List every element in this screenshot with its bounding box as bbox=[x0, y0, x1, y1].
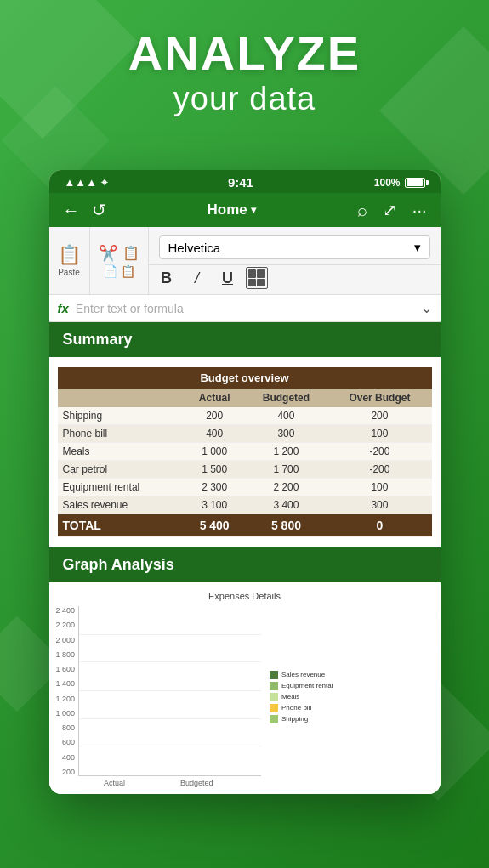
chart-bars bbox=[79, 606, 261, 775]
table-cell: 100 bbox=[327, 479, 431, 496]
y-axis-label: 2 400 bbox=[56, 606, 76, 615]
legend-item: Meals bbox=[270, 693, 338, 701]
table-cell: 1 700 bbox=[245, 461, 328, 479]
app-mockup: ▲▲▲ ⌖ 9:41 100% ← ↺ Home ▾ ⌕ ⤢ ··· bbox=[49, 170, 441, 794]
budget-table-body: Shipping200400200Phone bill400300100Meal… bbox=[58, 407, 432, 537]
y-axis-label: 1 800 bbox=[56, 650, 76, 659]
battery-percent: 100% bbox=[374, 177, 401, 189]
paste-label[interactable]: Paste bbox=[58, 268, 80, 277]
legend-label: Meals bbox=[281, 693, 299, 701]
fx-label: fx bbox=[58, 301, 69, 315]
expand-button[interactable]: ⤢ bbox=[383, 200, 397, 220]
table-cell: Shipping bbox=[58, 407, 185, 425]
status-left: ▲▲▲ ⌖ bbox=[65, 176, 108, 190]
chart-y-axis: 2 4002 2002 0001 8001 6001 4001 2001 000… bbox=[56, 606, 79, 776]
legend-item: Shipping bbox=[270, 715, 338, 723]
y-axis-label: 800 bbox=[62, 723, 75, 732]
table-row: Phone bill400300100 bbox=[58, 425, 432, 443]
hero-title: ANALYZE bbox=[0, 26, 489, 81]
x-label-actual: Actual bbox=[104, 779, 125, 787]
more-button[interactable]: ··· bbox=[412, 201, 427, 220]
table-cell: 300 bbox=[327, 496, 431, 514]
table-cell: 400 bbox=[185, 425, 245, 443]
hero-subtitle: your data bbox=[0, 81, 489, 117]
table-header-row: Actual Budgeted Over Budget bbox=[58, 389, 432, 407]
table-format-button[interactable] bbox=[246, 267, 268, 289]
table-cell: 2 300 bbox=[185, 479, 245, 496]
legend-label: Equipment rental bbox=[281, 682, 333, 689]
chart-body: 2 4002 2002 0001 8001 6001 4001 2001 000… bbox=[56, 606, 262, 776]
chart-title: Expenses Details bbox=[56, 591, 434, 601]
chart-legend: Sales revenueEquipment rentalMealsPhone … bbox=[261, 606, 338, 787]
legend-color-box bbox=[270, 715, 278, 723]
search-button[interactable]: ⌕ bbox=[357, 201, 367, 220]
formula-chevron[interactable]: ⌄ bbox=[421, 300, 432, 316]
table-row: Meals1 0001 200-200 bbox=[58, 443, 432, 461]
grid-cell-3 bbox=[248, 279, 257, 287]
undo-button[interactable]: ↺ bbox=[92, 200, 106, 220]
total-cell: TOTAL bbox=[58, 514, 185, 537]
legend-color-box bbox=[270, 704, 278, 712]
toolbar-title[interactable]: Home ▾ bbox=[208, 201, 256, 218]
battery-icon bbox=[405, 178, 425, 188]
y-axis-label: 400 bbox=[62, 753, 75, 762]
format-right: Helvetica ▾ B / U bbox=[149, 227, 441, 294]
bold-button[interactable]: B bbox=[154, 265, 179, 291]
chart-left: 2 4002 2002 0001 8001 6001 4001 2001 000… bbox=[56, 606, 262, 787]
table-cell: 200 bbox=[185, 407, 245, 425]
col-header-actual: Actual bbox=[185, 389, 245, 407]
table-cell: 1 000 bbox=[185, 443, 245, 461]
budget-table: Budget overview Actual Budgeted Over Bud… bbox=[58, 367, 432, 537]
formula-input[interactable]: Enter text or formula bbox=[76, 302, 414, 315]
table-cell: Car petrol bbox=[58, 461, 185, 479]
font-selector[interactable]: Helvetica ▾ bbox=[159, 235, 430, 259]
signal-icon: ▲▲▲ bbox=[65, 176, 98, 189]
back-button[interactable]: ← bbox=[63, 201, 80, 220]
table-cell: 3 400 bbox=[245, 496, 328, 514]
graph-title: Graph Analysis bbox=[63, 556, 174, 573]
table-cell: -200 bbox=[327, 461, 431, 479]
scissors-icon: ✂️ bbox=[99, 244, 117, 263]
font-row: Helvetica ▾ bbox=[149, 230, 441, 265]
table-cell: Sales revenue bbox=[58, 496, 185, 514]
battery-fill bbox=[407, 179, 424, 186]
grid-cell-4 bbox=[257, 279, 265, 287]
y-axis-label: 1 200 bbox=[56, 695, 76, 703]
table-row: Shipping200400200 bbox=[58, 407, 432, 425]
toolbar-title-text: Home bbox=[208, 201, 247, 218]
table-cell: 100 bbox=[327, 425, 431, 443]
underline-button[interactable]: U bbox=[215, 265, 241, 291]
table-row: Equipment rental2 3002 200100 bbox=[58, 479, 432, 496]
font-selector-chevron: ▾ bbox=[414, 240, 421, 255]
table-cell: Equipment rental bbox=[58, 479, 185, 496]
wifi-icon: ⌖ bbox=[101, 176, 107, 190]
chart-with-legend: 2 4002 2002 0001 8001 6001 4001 2001 000… bbox=[56, 606, 434, 787]
paste-section: 📋 Paste bbox=[49, 227, 90, 294]
style-row: B / U bbox=[149, 265, 441, 291]
total-cell: 5 800 bbox=[245, 514, 328, 537]
table-cell: Phone bill bbox=[58, 425, 185, 443]
legend-label: Shipping bbox=[281, 715, 308, 723]
table-title-cell: Budget overview bbox=[58, 367, 432, 389]
clipboard-labels: 📄 📋 bbox=[103, 264, 135, 278]
y-axis-label: 1 400 bbox=[56, 679, 76, 688]
y-axis-label: 600 bbox=[62, 738, 75, 746]
paste-icon-row: 📋 bbox=[58, 244, 81, 266]
total-row: TOTAL5 4005 8000 bbox=[58, 514, 432, 537]
paste-icon: 📋 bbox=[58, 244, 81, 266]
italic-button[interactable]: / bbox=[185, 265, 210, 291]
table-cell: Meals bbox=[58, 443, 185, 461]
legend-label: Phone bill bbox=[281, 704, 311, 712]
x-label-budgeted: Budgeted bbox=[180, 779, 213, 787]
summary-title: Summary bbox=[63, 331, 133, 348]
y-axis-label: 2 000 bbox=[56, 636, 76, 644]
chart-x-labels: Actual Budgeted bbox=[56, 776, 262, 787]
grid-cell-2 bbox=[257, 269, 265, 278]
table-cell: 3 100 bbox=[185, 496, 245, 514]
font-name-text: Helvetica bbox=[168, 241, 221, 255]
y-axis-label: 1 600 bbox=[56, 665, 76, 673]
toolbar-right: ⌕ ⤢ ··· bbox=[357, 200, 427, 220]
table-cell: 1 500 bbox=[185, 461, 245, 479]
legend-item: Equipment rental bbox=[270, 682, 338, 690]
total-cell: 5 400 bbox=[185, 514, 245, 537]
